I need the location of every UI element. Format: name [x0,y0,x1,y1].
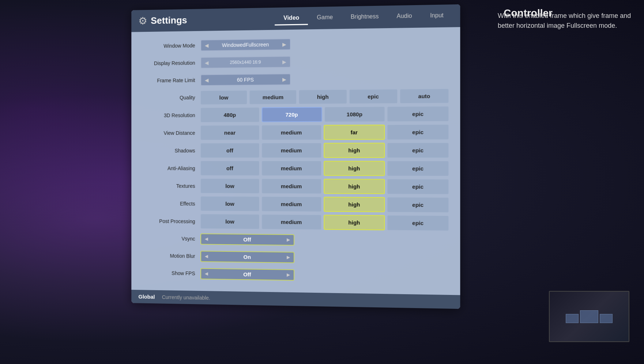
window-mode-row: Window Mode ◀ WindowedFullscreen ▶ [138,35,449,53]
vd-near[interactable]: near [200,125,259,140]
view-distance-row: View Distance near medium far epic [138,124,449,140]
resolution-left-arrow[interactable]: ◀ [205,60,209,66]
frame-rate-row: Frame Rate Limit ◀ 60 FPS ▶ [138,71,449,88]
anti-aliasing-options: off medium high epic [200,161,449,176]
pp-high[interactable]: high [324,215,385,231]
vsync-selector[interactable]: ◀ Off ▶ [200,233,294,245]
motion-blur-value: On [208,253,287,260]
aa-high[interactable]: high [324,161,385,176]
shadow-epic[interactable]: epic [387,143,449,158]
view-distance-label: View Distance [138,130,200,136]
monitor-right [600,314,613,323]
fx-high[interactable]: high [324,197,385,212]
fx-medium[interactable]: medium [261,197,321,212]
anti-aliasing-row: Anti-Aliasing off medium high epic [138,161,449,176]
window-mode-right-arrow[interactable]: ▶ [282,41,286,47]
res-1080p[interactable]: 1080p [324,107,385,122]
tex-high[interactable]: high [324,179,385,194]
effects-row: Effects low medium high epic [138,196,449,213]
show-fps-left-arrow[interactable]: ◀ [205,271,208,276]
monitor-center [580,310,598,323]
shadows-label: Shadows [138,148,200,153]
vsync-left-arrow[interactable]: ◀ [205,236,208,242]
framerate-left-arrow[interactable]: ◀ [205,77,209,83]
resolution-3d-label: 3D Resolution [138,112,200,118]
view-distance-options: near medium far epic [200,124,449,140]
aa-epic[interactable]: epic [387,161,449,176]
quality-options: low medium high epic auto [200,88,449,105]
pp-low[interactable]: low [200,214,259,229]
anti-aliasing-label: Anti-Aliasing [138,165,200,171]
textures-options: low medium high epic [200,178,449,194]
shadows-options: off medium high epic [200,143,449,158]
vsync-right-arrow[interactable]: ▶ [287,237,290,242]
footer-status: Currently unavailable. [162,294,210,301]
webcam-inner [550,292,629,341]
tex-medium[interactable]: medium [261,179,321,194]
resolution-right-arrow[interactable]: ▶ [282,59,286,65]
quality-label: Quality [138,95,200,101]
display-resolution-row: Display Resolution ◀ 2560x1440 16:9 ▶ [138,53,449,71]
motion-blur-left-arrow[interactable]: ◀ [205,254,208,259]
display-resolution-selector[interactable]: ◀ 2560x1440 16:9 ▶ [200,56,291,69]
tab-audio[interactable]: Audio [388,10,421,24]
quality-medium[interactable]: medium [249,90,297,104]
footer-global: Global [138,293,155,300]
motion-blur-right-arrow[interactable]: ▶ [287,255,290,260]
quality-row: Quality low medium high epic auto [138,88,449,105]
tab-input[interactable]: Input [421,9,452,23]
tab-game[interactable]: Game [308,11,342,25]
framerate-right-arrow[interactable]: ▶ [282,76,286,82]
post-processing-label: Post Processing [138,218,200,224]
vd-far[interactable]: far [324,125,385,140]
framerate-value: 60 FPS [209,76,282,83]
fx-epic[interactable]: epic [387,197,449,213]
show-fps-label: Show FPS [138,270,200,276]
window-mode-selector[interactable]: ◀ WindowedFullscreen ▶ [200,38,291,51]
window-mode-left-arrow[interactable]: ◀ [205,42,209,48]
aa-off[interactable]: off [200,161,259,176]
tab-brightness[interactable]: Brightness [342,10,388,24]
tex-epic[interactable]: epic [387,179,449,194]
show-fps-selector[interactable]: ◀ Off ▶ [200,268,294,280]
panel-body: Window Mode ◀ WindowedFullscreen ▶ Displ… [131,27,460,295]
frame-rate-selector[interactable]: ◀ 60 FPS ▶ [200,73,291,86]
show-fps-row: Show FPS ◀ Off ▶ [138,265,449,284]
res-epic[interactable]: epic [387,106,449,121]
quality-auto[interactable]: auto [400,88,449,103]
textures-label: Textures [138,183,200,189]
motion-blur-label: Motion Blur [138,253,200,259]
shadow-medium[interactable]: medium [261,143,321,158]
panel-title: Settings [151,15,187,26]
quality-epic[interactable]: epic [349,89,398,103]
monitor-setup-graphic [566,310,613,323]
motion-blur-selector[interactable]: ◀ On ▶ [200,251,294,263]
resolution-3d-row: 3D Resolution 480p 720p 1080p epic [138,106,449,122]
res-720p[interactable]: 720p [261,107,322,122]
vd-medium[interactable]: medium [261,125,321,140]
pp-medium[interactable]: medium [261,214,321,230]
quality-low[interactable]: low [200,90,247,105]
shadow-high[interactable]: high [324,143,385,158]
quality-high[interactable]: high [299,89,347,104]
pp-epic[interactable]: epic [387,215,449,231]
tab-navigation: Video Game Brightness Audio Input [275,9,452,25]
vd-epic[interactable]: epic [387,124,449,140]
webcam-thumbnail [549,291,629,342]
tex-low[interactable]: low [200,178,259,193]
aa-medium[interactable]: medium [261,161,321,176]
description-text: With this enabled frame which give frame… [498,12,631,29]
fx-low[interactable]: low [200,196,259,212]
settings-panel: ⚙ Settings Video Game Brightness Audio I… [131,4,460,309]
post-processing-options: low medium high epic [200,214,449,231]
motion-blur-row: Motion Blur ◀ On ▶ [138,248,449,266]
description-panel: With this enabled frame which give frame… [494,7,637,34]
display-resolution-label: Display Resolution [138,60,200,67]
tab-video[interactable]: Video [275,11,308,25]
shadow-off[interactable]: off [200,143,259,158]
show-fps-right-arrow[interactable]: ▶ [287,272,290,277]
res-480p[interactable]: 480p [200,107,259,123]
vsync-value: Off [208,236,287,243]
window-mode-label: Window Mode [138,42,200,49]
resolution-3d-options: 480p 720p 1080p epic [200,106,449,122]
